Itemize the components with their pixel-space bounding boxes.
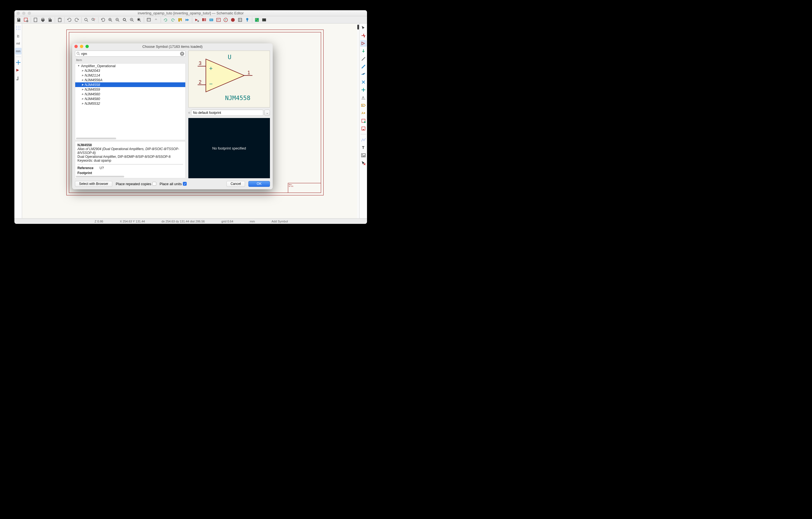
checkbox-icon[interactable] xyxy=(152,182,156,186)
units-in-icon[interactable]: in xyxy=(15,32,22,39)
tree-part-row[interactable]: NJM2114 xyxy=(75,73,185,78)
image-icon[interactable] xyxy=(360,152,367,159)
symbol-tree[interactable]: Amplifier_OperationalNJM2043NJM2114NJM45… xyxy=(75,63,185,140)
cancel-button[interactable]: Cancel xyxy=(227,181,245,187)
print-icon[interactable] xyxy=(39,17,46,23)
desc-fp-label: Footprint xyxy=(78,171,97,175)
mirror-v-icon[interactable] xyxy=(177,17,183,23)
polyline-icon[interactable] xyxy=(360,136,367,143)
delete-tool-icon[interactable] xyxy=(360,160,367,166)
tree-part-row[interactable]: NJM4580 xyxy=(75,96,185,101)
erc-icon[interactable] xyxy=(222,17,229,23)
tree-column-header: Item xyxy=(75,58,185,62)
sym-editor-icon[interactable] xyxy=(194,17,200,23)
svg-point-51 xyxy=(77,52,79,55)
tree-part-row[interactable]: NJM4560 xyxy=(75,92,185,96)
zoom-fit-icon[interactable] xyxy=(121,17,128,23)
junction-icon[interactable] xyxy=(360,87,367,93)
tree-library-row[interactable]: Amplifier_Operational xyxy=(75,64,185,68)
place-repeated-checkbox[interactable]: Place repeated copies xyxy=(116,182,156,186)
bus-entry-icon[interactable] xyxy=(360,71,367,78)
wire-tool-icon[interactable] xyxy=(360,56,367,62)
clear-search-icon[interactable]: ✕ xyxy=(180,52,184,56)
search-field[interactable]: ✕ xyxy=(75,51,185,57)
svg-rect-3 xyxy=(58,18,61,22)
svg-rect-4 xyxy=(59,18,61,19)
simulator-icon[interactable] xyxy=(230,17,236,23)
svg-point-36 xyxy=(18,28,19,28)
tree-part-row[interactable]: NJM4558 xyxy=(75,82,185,87)
select-tool-icon[interactable] xyxy=(360,25,367,31)
bom-icon[interactable] xyxy=(237,17,243,23)
desc-scrollbar[interactable] xyxy=(76,176,124,177)
hidden-pins-icon[interactable] xyxy=(15,67,22,73)
bus-tool-icon[interactable] xyxy=(360,63,367,70)
select-with-browser-button[interactable]: Select with Browser xyxy=(75,181,112,187)
svg-point-32 xyxy=(16,26,17,27)
units-mil-icon[interactable]: mil xyxy=(15,40,22,47)
global-label-icon[interactable]: A xyxy=(360,102,367,109)
paste-icon[interactable] xyxy=(56,17,63,23)
scripting-icon[interactable]: >_ xyxy=(261,17,267,23)
footprint-combo[interactable]: No default footprint xyxy=(191,110,263,116)
svg-rect-25 xyxy=(238,18,242,22)
dialog-titlebar[interactable]: Choose Symbol (17163 items loaded) xyxy=(72,43,273,50)
tree-part-row[interactable]: NJM2043 xyxy=(75,68,185,73)
import-sheet-pin-icon[interactable] xyxy=(360,125,367,132)
tree-scrollbar[interactable] xyxy=(76,138,116,139)
preview-value: NJM4558 xyxy=(225,94,251,101)
svg-text:T: T xyxy=(362,145,365,150)
find-replace-icon[interactable]: B xyxy=(90,17,97,23)
text-icon[interactable]: T xyxy=(360,144,367,151)
status-bar: Z 0.86 X 254.63 Y 131.44 dx 254.63 dy 13… xyxy=(14,218,367,224)
symbol-description-panel: NJM4558 Alias of LM2904 (Dual Operationa… xyxy=(75,141,185,178)
refresh-icon[interactable] xyxy=(100,17,107,23)
footprint-preview: No footprint specified xyxy=(188,118,270,178)
export-netlist-icon[interactable] xyxy=(244,17,251,23)
cursor-shape-icon[interactable] xyxy=(15,59,22,66)
main-titlebar[interactable]: inverting_opamp_tuto [inverting_opamp_tu… xyxy=(14,10,367,16)
add-symbol-icon[interactable] xyxy=(360,40,367,47)
place-all-units-checkbox[interactable]: Place all units ✓ xyxy=(160,182,187,186)
right-toolbar: A A A T xyxy=(359,24,367,218)
noconnect-icon[interactable] xyxy=(360,79,367,85)
mirror-h-icon[interactable] xyxy=(184,17,191,23)
footprint-dropdown-icon[interactable]: ⌄ xyxy=(264,110,270,116)
schematic-setup-icon[interactable] xyxy=(23,17,29,23)
rotate-cw-icon[interactable] xyxy=(170,17,176,23)
leave-sheet-icon[interactable] xyxy=(153,17,159,23)
annotate-icon[interactable]: R? xyxy=(215,17,222,23)
add-power-icon[interactable] xyxy=(360,48,367,55)
zoom-selection-icon[interactable] xyxy=(136,17,142,23)
tree-part-row[interactable]: NJM4559 xyxy=(75,87,185,92)
checkbox-checked-icon[interactable]: ✓ xyxy=(183,182,187,186)
sheet-icon[interactable] xyxy=(360,118,367,124)
sym-browser-icon[interactable] xyxy=(201,17,207,23)
footprint-assign-icon[interactable]: R42 xyxy=(208,17,214,23)
ok-button[interactable]: OK xyxy=(249,181,270,187)
zoom-out-icon[interactable] xyxy=(114,17,121,23)
free-angle-icon[interactable] xyxy=(15,74,22,81)
grid-toggle-icon[interactable] xyxy=(15,25,22,31)
redo-icon[interactable] xyxy=(73,17,80,23)
tree-part-row[interactable]: NJM4556A xyxy=(75,78,185,82)
zoom-in-icon[interactable] xyxy=(107,17,114,23)
units-mm-icon[interactable]: mm xyxy=(15,48,22,55)
rotate-ccw-icon[interactable] xyxy=(162,17,169,23)
hier-label-icon[interactable]: A xyxy=(360,110,367,116)
canvas-scrollbar[interactable] xyxy=(357,24,359,218)
undo-icon[interactable] xyxy=(66,17,73,23)
pcb-editor-icon[interactable] xyxy=(254,17,260,23)
search-input[interactable] xyxy=(81,52,179,56)
page-settings-icon[interactable] xyxy=(32,17,39,23)
zoom-objects-icon[interactable] xyxy=(128,17,135,23)
svg-point-33 xyxy=(18,26,19,27)
window-title: inverting_opamp_tuto [inverting_opamp_tu… xyxy=(14,11,367,15)
net-label-icon[interactable]: A xyxy=(360,94,367,101)
find-icon[interactable] xyxy=(83,17,90,23)
tree-part-row[interactable]: NJM5532 xyxy=(75,101,185,106)
save-icon[interactable] xyxy=(16,17,22,23)
plot-icon[interactable] xyxy=(47,17,53,23)
highlight-net-icon[interactable] xyxy=(360,32,367,39)
hierarchy-icon[interactable] xyxy=(145,17,152,23)
